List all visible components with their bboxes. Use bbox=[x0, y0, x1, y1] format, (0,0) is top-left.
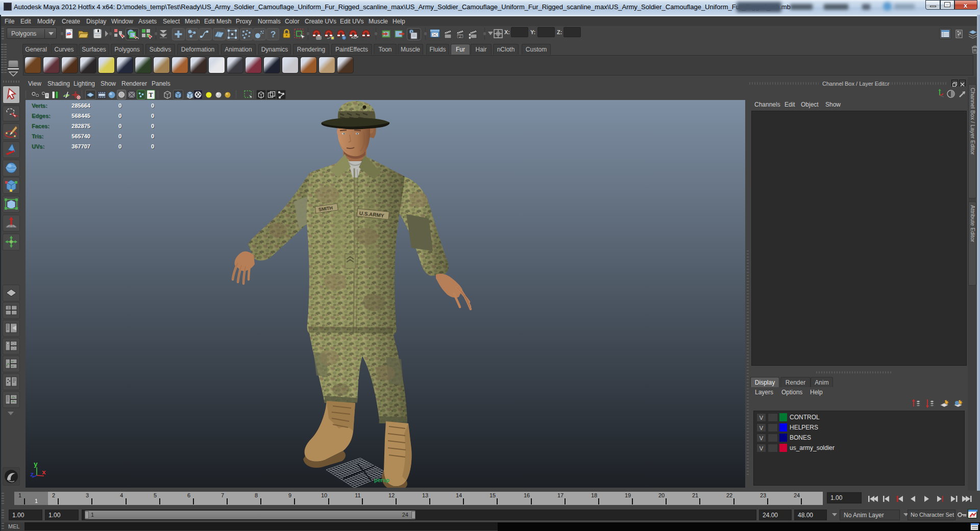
svg-text:y: y bbox=[34, 461, 38, 468]
svg-text:x: x bbox=[42, 469, 46, 476]
svg-text:?: ? bbox=[271, 30, 276, 39]
svg-text:IPR: IPR bbox=[457, 35, 463, 38]
svg-text:T: T bbox=[149, 91, 153, 98]
svg-text:z: z bbox=[30, 471, 34, 478]
